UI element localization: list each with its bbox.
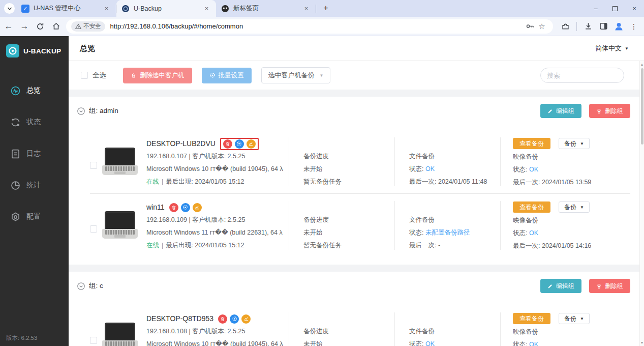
progress-state: 未开始 xyxy=(303,226,394,239)
view-backup-button[interactable]: 查看备份 xyxy=(513,138,550,149)
browser-toolbar: ← → 不安全 http://192.168.0.106/backup/#/ho… xyxy=(0,17,644,36)
client-stats-icon[interactable] xyxy=(193,203,202,212)
tab-close-icon[interactable]: × xyxy=(302,4,311,13)
backup-dropdown[interactable]: 备份▼ xyxy=(559,313,590,324)
backup-dropdown[interactable]: 备份▼ xyxy=(559,138,590,149)
client-row: DESKTOP-Q8TD953 192.168.0.108 | 客户机版本: 2… xyxy=(90,305,630,346)
scrollbar-thumb[interactable] xyxy=(641,68,643,145)
config-icon xyxy=(10,212,21,222)
progress-task: 暂无备份任务 xyxy=(303,239,394,252)
pencil-icon xyxy=(547,108,553,114)
client-checkbox[interactable] xyxy=(90,337,97,344)
laptop-image xyxy=(102,211,138,239)
tab-search-button[interactable] xyxy=(4,3,15,14)
extensions-icon[interactable] xyxy=(559,20,571,33)
delete-client-icon[interactable] xyxy=(169,203,178,212)
app-version: 版本: 6.2.53 xyxy=(6,334,37,342)
delete-group-button[interactable]: 删除组 xyxy=(589,279,630,293)
tab-close-icon[interactable]: × xyxy=(102,4,111,13)
ubackup-favicon-icon xyxy=(121,5,130,13)
bookmark-star-icon[interactable]: ☆ xyxy=(536,20,548,33)
column-title: 文件备份 xyxy=(409,150,500,163)
reload-button[interactable] xyxy=(33,19,47,34)
batch-settings-button[interactable]: 批量设置 xyxy=(202,68,252,83)
downloads-icon[interactable] xyxy=(582,20,594,33)
group-card-c: 组: c 编辑组 删除组 xyxy=(69,272,639,346)
image-backup-last: 2024/01/05 13:59 xyxy=(542,179,591,186)
home-button[interactable] xyxy=(49,19,63,34)
file-backup-last: 2024/01/05 11:48 xyxy=(438,178,487,185)
file-backup-column: 文件备份 状态: OK 最后一次: 2024/01/05 11:48 xyxy=(394,137,500,186)
profile-avatar[interactable] xyxy=(612,20,625,33)
column-title: 备份进度 xyxy=(303,150,394,163)
search-input[interactable] xyxy=(540,68,624,83)
forward-button[interactable]: → xyxy=(17,19,32,34)
selected-backup-dropdown[interactable]: 选中客户机备份 ▼ xyxy=(261,67,331,83)
client-name: DESKTOP-Q8TD953 xyxy=(146,312,213,325)
tab-ubackup[interactable]: U-Backup × xyxy=(116,0,216,17)
window-close-button[interactable]: × xyxy=(625,0,644,17)
client-name: win11 xyxy=(146,201,165,214)
action-toolbar: 全选 删除选中客户机 批量设置 选中客户机备份 ▼ xyxy=(69,61,639,90)
scroll-down-icon[interactable]: ▼ xyxy=(640,341,644,344)
client-settings-icon[interactable] xyxy=(235,139,244,149)
client-stats-icon[interactable] xyxy=(241,314,251,324)
client-info: DESKTOP-LUB2DVU 192.168.0.107 | 客户机版本: 2… xyxy=(146,137,289,188)
client-settings-icon[interactable] xyxy=(181,203,190,212)
client-ip-version: 192.168.0.109 | 客户机版本: 2.5.25 xyxy=(146,214,289,226)
edit-group-button[interactable]: 编辑组 xyxy=(540,279,581,293)
new-tab-button[interactable]: + xyxy=(319,2,332,15)
online-badge: 在线 xyxy=(146,242,159,249)
sidebar-item-label: 总览 xyxy=(26,86,41,95)
column-title: 映像备份 xyxy=(513,326,630,338)
sidebar-item-config[interactable]: 配置 xyxy=(0,201,69,233)
client-stats-icon[interactable] xyxy=(247,139,256,149)
file-backup-column: 文件备份 状态: OK 最后一次: - xyxy=(394,312,500,346)
overview-icon xyxy=(10,85,21,96)
language-selector[interactable]: 简体中文 ▼ xyxy=(595,44,629,53)
tab-newtab[interactable]: 新标签页 × xyxy=(216,0,316,17)
client-checkbox[interactable] xyxy=(90,225,97,233)
address-bar[interactable]: 不安全 http://192.168.0.106/backup/#/home/c… xyxy=(66,19,553,34)
file-backup-status: OK xyxy=(425,340,435,346)
column-title: 文件备份 xyxy=(409,325,500,338)
client-settings-icon[interactable] xyxy=(230,314,239,324)
view-backup-button[interactable]: 查看备份 xyxy=(513,201,550,213)
window-maximize-button[interactable] xyxy=(605,0,625,17)
edit-group-button[interactable]: 编辑组 xyxy=(540,104,581,118)
sidebar-item-logs[interactable]: 日志 xyxy=(0,138,69,169)
sidebar-item-status[interactable]: 状态 xyxy=(0,106,69,138)
trash-icon xyxy=(131,72,137,78)
chevron-down-icon: ▼ xyxy=(580,137,584,150)
sidebar-item-statistics[interactable]: 统计 xyxy=(0,169,69,201)
logo-text: U-BACKUP xyxy=(23,47,61,55)
group-collapse-icon[interactable] xyxy=(77,107,85,116)
screen: ✓ U-NAS 管理中心 × U-Backup × 新标签页 × + xyxy=(0,0,644,346)
side-panel-icon[interactable] xyxy=(597,20,609,33)
view-backup-button[interactable]: 查看备份 xyxy=(513,313,550,324)
back-button[interactable]: ← xyxy=(2,19,16,34)
window-minimize-button[interactable]: – xyxy=(586,0,605,17)
progress-state: 未开始 xyxy=(303,338,394,346)
image-backup-column: 查看备份 备份▼ 映像备份 状态: OK 最后一次: - xyxy=(500,312,630,346)
select-all-checkbox[interactable] xyxy=(81,72,88,79)
password-key-icon[interactable] xyxy=(524,20,536,33)
browser-menu-icon[interactable]: ⋮ xyxy=(628,20,640,33)
delete-group-button[interactable]: 删除组 xyxy=(589,104,630,118)
tab-unas[interactable]: ✓ U-NAS 管理中心 × xyxy=(16,0,116,17)
backup-dropdown[interactable]: 备份▼ xyxy=(559,201,590,213)
scroll-up-icon[interactable]: ▲ xyxy=(640,63,644,66)
language-label: 简体中文 xyxy=(595,44,622,53)
sidebar-item-overview[interactable]: 总览 xyxy=(0,75,69,106)
delete-selected-button[interactable]: 删除选中客户机 xyxy=(123,68,192,83)
delete-client-icon[interactable] xyxy=(223,139,232,149)
client-ip-version: 192.168.0.107 | 客户机版本: 2.5.25 xyxy=(146,150,289,163)
security-chip[interactable]: 不安全 xyxy=(71,21,105,32)
group-collapse-icon[interactable] xyxy=(77,282,85,291)
chevron-down-icon: ▼ xyxy=(580,312,584,325)
client-checkbox[interactable] xyxy=(90,162,97,169)
content-scrollbar[interactable]: ▲ ▼ xyxy=(639,61,644,346)
delete-client-icon[interactable] xyxy=(218,314,227,324)
client-info: win11 192.168.0.109 | 客户机版本: 2.5.25 Micr… xyxy=(146,201,289,252)
tab-close-icon[interactable]: × xyxy=(202,4,211,13)
